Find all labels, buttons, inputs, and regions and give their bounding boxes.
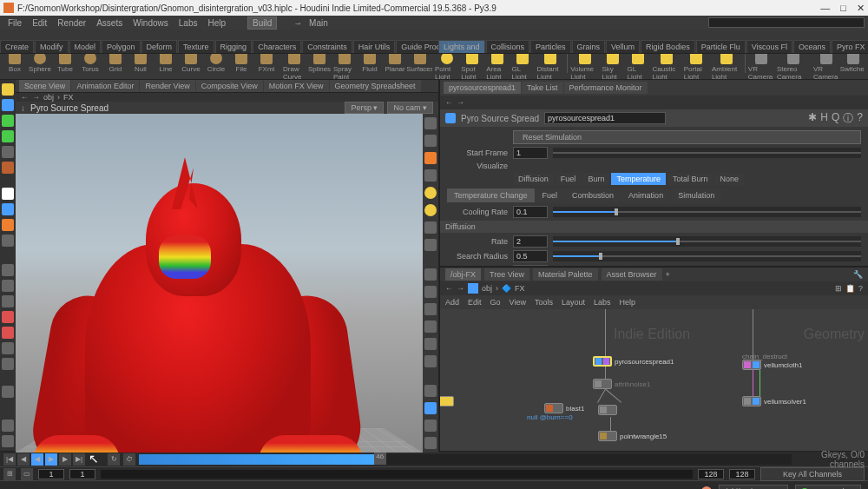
shelf-tab[interactable]: Characters [253,40,301,53]
shelf-tab[interactable]: Lights and [438,40,485,53]
key-all-button[interactable]: Key All Channels [760,467,865,481]
tool-icon[interactable] [2,295,14,307]
viz-totalburn[interactable]: Total Burn [667,173,713,185]
tool-item[interactable]: Splines [308,54,331,80]
first-frame-button[interactable]: |◀ [3,453,16,466]
add-tab-icon[interactable]: + [666,270,670,279]
tool-icon[interactable] [2,219,14,231]
tool-icon[interactable] [2,435,14,447]
viz-diffusion[interactable]: Diffusion [513,173,554,185]
net-menu-view[interactable]: View [510,298,526,307]
first-frame[interactable] [69,469,95,479]
select-tool-icon[interactable] [2,188,14,200]
lighting-icon[interactable] [424,187,437,199]
persp-selector[interactable]: Persp ▾ [345,102,384,114]
tool-light[interactable]: Ambient Light [712,54,742,80]
menu-help[interactable]: Help [203,17,230,29]
tools-icon[interactable]: 🔧 [853,270,863,279]
tool-icon[interactable] [2,130,14,142]
net-tab[interactable]: /obj-FX [445,268,481,281]
path-obj[interactable]: obj [482,284,492,293]
btn[interactable]: ▭ [21,468,33,480]
range-slider[interactable] [101,470,693,479]
btn[interactable]: ⊞ [3,468,16,480]
display-icon[interactable] [424,420,437,432]
net-menu-help[interactable]: Help [619,298,635,307]
tool-icon[interactable] [2,280,14,292]
viz-fuel[interactable]: Fuel [556,173,582,185]
net-icon[interactable]: ⊞ [835,284,842,293]
node-vellumsolver[interactable]: vellumsolver1 [742,396,806,406]
tool-icon[interactable] [2,420,14,432]
tool-box[interactable]: Box [3,54,26,80]
shelf-tab[interactable]: Rigging [215,40,253,53]
subtab-fuel[interactable]: Fuel [536,188,565,202]
start-frame[interactable] [38,469,64,479]
display-icon[interactable] [424,221,437,234]
tool-camera[interactable]: Stereo Camera [777,54,811,80]
display-icon[interactable] [424,303,437,315]
path-obj[interactable]: obj [43,93,54,102]
subtab-simulation[interactable]: Simulation [671,188,721,202]
end-frame[interactable] [729,469,755,479]
tool-light[interactable]: Portal Light [684,54,709,80]
menu-assets[interactable]: Assets [92,17,127,29]
shelf-tab[interactable]: Create [0,40,34,53]
net-tab[interactable]: Asset Browser [602,268,662,281]
tool-fxml[interactable]: FXml [255,54,278,80]
display-icon[interactable] [424,286,437,298]
slider[interactable] [553,207,861,217]
tool-null[interactable]: Null [129,54,152,80]
chevron-down-icon[interactable]: ↓ [21,103,25,113]
shelf-tab[interactable]: Particles [530,40,571,53]
tool-line[interactable]: Line [155,54,177,80]
viz-none[interactable]: None [714,173,744,185]
tool-item[interactable]: Fluid [358,54,381,80]
back-icon[interactable]: ← [21,93,29,102]
prev-frame-button[interactable]: ◀ [17,453,30,466]
shelf-tab[interactable]: Hair Utils [353,40,396,53]
realtime-button[interactable]: ⏱ [123,453,135,466]
back-icon[interactable]: ← [445,98,453,107]
shelf-tab[interactable]: Constraints [302,40,352,53]
magnet-icon[interactable] [2,311,14,323]
net-menu-add[interactable]: Add [445,298,459,307]
slider[interactable] [553,251,861,261]
net-tab[interactable]: Tree View [484,268,529,281]
tool-light[interactable]: Point Light [435,54,458,80]
forward-icon[interactable]: → [457,284,464,293]
tool-camera[interactable]: VR Camera [813,54,839,80]
node-vellumcloth[interactable]: vellumcloth1 [742,360,802,370]
cook-path[interactable]: /obj/FX/pyroso... [719,485,788,490]
tool-circle[interactable]: Circle [205,54,227,80]
search-input[interactable] [708,17,865,28]
tool-light[interactable]: GL Light [511,54,534,80]
display-icon[interactable] [424,169,437,182]
gear-icon[interactable]: ✱ [808,111,817,126]
tool-icon[interactable] [2,115,14,127]
radius-input[interactable] [513,250,548,262]
tool-light[interactable]: Caustic Light [652,54,681,80]
play-reverse-button[interactable]: ◀ [31,453,43,466]
display-icon[interactable] [424,385,437,397]
h-icon[interactable]: H [820,111,828,126]
node-null[interactable] [598,405,617,415]
tab-node[interactable]: pyrosourcespread1 [444,82,521,94]
timeline-track[interactable]: 46 [139,454,792,465]
shelf-tab[interactable]: Grains [572,40,606,53]
shelf-tab[interactable]: Vellum [606,40,640,53]
tool-icon[interactable] [2,264,14,276]
net-icon[interactable]: ? [858,284,863,293]
maximize-button[interactable]: □ [840,3,846,14]
subtab-animation[interactable]: Animation [621,188,670,202]
display-icon[interactable] [424,117,437,129]
node-pointwrangle[interactable]: pointwrangle15 [598,431,667,441]
lighting-icon[interactable] [424,204,437,216]
tool-item[interactable]: Surfaces [409,54,431,80]
tool-light[interactable]: Distant Light [536,54,564,80]
auto-update-toggle[interactable]: Auto Update [795,485,861,490]
loop-button[interactable]: ↻ [108,453,120,466]
shelf-tab[interactable]: Collisions [486,40,530,53]
display-icon[interactable] [424,268,437,281]
menu-windows[interactable]: Windows [128,17,173,29]
